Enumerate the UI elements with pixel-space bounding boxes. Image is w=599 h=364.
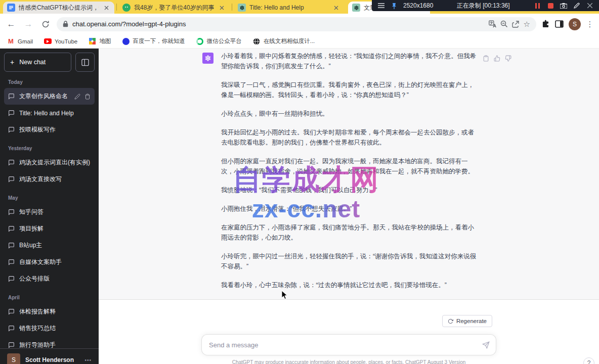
tab-title: 情感类ChatGPT核心提示词，快 (19, 4, 99, 12)
edit-icon[interactable] (74, 94, 80, 100)
chat-composer-area: Regenerate ChatGPT may produce inaccurat… (99, 300, 599, 363)
sidebar-item[interactable]: B站up主 (4, 237, 95, 254)
reload-icon[interactable] (39, 20, 52, 28)
pause-icon[interactable] (533, 2, 541, 10)
browser-toolbar: ← → chat.openai.com/?model=gpt-4-plugins… (0, 14, 599, 34)
sidebar-item[interactable]: 鸡汤文直接改写 (4, 171, 95, 188)
tab-prompt-doc[interactable]: 情感类ChatGPT核心提示词，快 (3, 2, 114, 14)
user-menu-icon[interactable]: ••• (84, 357, 92, 363)
bookmarks-bar: M Gmail YouTube 地图 百度一下，你就知道 微信公众平台 在线文档… (0, 34, 599, 49)
address-bar[interactable]: chat.openai.com/?model=gpt-4-plugins ☆ (57, 17, 536, 31)
plus-icon: + (10, 58, 14, 66)
sidebar-item[interactable]: 知乎问答 (4, 204, 95, 220)
sidebar-item[interactable]: 项目拆解 (4, 220, 95, 237)
openai-icon (352, 4, 360, 12)
bookmark-doc-similarity[interactable]: 在线文档相似度计... (253, 37, 315, 45)
delete-icon[interactable] (84, 94, 91, 100)
extensions-icon[interactable] (541, 20, 550, 28)
youtube-icon (44, 37, 52, 45)
chat-bubble-icon (8, 276, 15, 282)
tab-title: Title: Hello and Help (249, 4, 328, 11)
translate-icon[interactable] (489, 20, 496, 28)
chatgpt-avatar (202, 53, 213, 64)
message-input[interactable] (201, 334, 496, 355)
chat-bubble-icon (8, 209, 15, 215)
camera-icon[interactable] (560, 2, 568, 10)
bookmark-wechat-platform[interactable]: 微信公众平台 (196, 37, 242, 45)
pin-icon[interactable] (390, 2, 398, 10)
sidebar-item[interactable]: 自媒体文案助手 (4, 254, 95, 270)
bookmark-youtube[interactable]: YouTube (44, 37, 77, 45)
close-tab-icon[interactable] (332, 4, 340, 12)
gmail-icon: M (7, 37, 15, 45)
side-panel-icon[interactable] (555, 20, 564, 28)
share-icon[interactable] (512, 20, 520, 28)
forward-icon[interactable]: → (22, 19, 34, 29)
paragraph: 在家庭的压力下，小雨选择了家庭，我们痛苦地分手。那天，我站在学校的操场上，看着小… (221, 222, 477, 243)
chat-bubble-icon (8, 159, 15, 166)
wechat-icon (122, 4, 131, 12)
thumbs-down-icon[interactable] (505, 55, 511, 62)
tab-hello-and-help[interactable]: Title: Hello and Help (234, 2, 344, 14)
globe-icon (253, 37, 261, 45)
collapse-sidebar-button[interactable] (75, 53, 95, 72)
user-name: Scott Henderson (25, 356, 79, 363)
paragraph: 但小雨的家庭一直反对我们在一起。因为我家境一般，而她家是本地的富商。我记得有一次… (221, 156, 477, 176)
openai-icon (238, 4, 246, 12)
close-tab-icon[interactable] (102, 4, 110, 12)
sidebar-item[interactable]: 公众号排版 (4, 270, 95, 287)
zoom-out-icon[interactable] (500, 20, 508, 28)
regenerate-button[interactable]: Regenerate (442, 315, 492, 327)
sidebar-item-active[interactable]: 文章创作风格命名：风 (4, 88, 95, 105)
bookmark-maps[interactable]: 地图 (89, 37, 111, 45)
chat-bubble-icon (8, 126, 15, 133)
tab-separator (116, 4, 117, 11)
new-chat-button[interactable]: + New chat (4, 53, 71, 72)
chat-main: 小玲看着我，眼中闪烁着复杂的情感，轻轻说：“我知道你们之间的事情，我不介意。但我… (99, 49, 599, 364)
section-label-april: April (4, 293, 95, 303)
paragraph: 我看着小玲，心中五味杂陈，说：“过去的事情就让它过去吧，我们要珍惜现在。” (221, 280, 477, 290)
recording-toolbar: 2520x1680 正在录制 [00:13:36] (372, 0, 599, 11)
document-icon (7, 4, 15, 12)
paragraph: 小雨抱住我，泪水滑落：“但我不想失去家庭。” (221, 204, 477, 214)
bookmark-gmail[interactable]: M Gmail (7, 37, 33, 45)
chat-bubble-icon (8, 308, 15, 315)
stop-icon[interactable] (546, 2, 554, 10)
sidebar-item[interactable]: 鸡汤文提示词直出(有实例) (4, 154, 95, 171)
pencil-icon[interactable] (573, 2, 581, 10)
sidebar-item[interactable]: 销售技巧总结 (4, 320, 95, 337)
chat-bubble-icon (8, 110, 15, 116)
browser-profile-avatar[interactable]: S (569, 18, 581, 30)
browser-menu-icon[interactable]: ⋮ (586, 20, 594, 29)
menu-icon[interactable] (377, 2, 385, 10)
help-button[interactable]: ? (583, 357, 594, 364)
back-icon[interactable]: ← (5, 19, 17, 29)
tab-wechat-article[interactable]: 我48岁，娶了单位40岁的同事， (118, 2, 230, 14)
message-actions (483, 55, 511, 62)
paragraph: 小玲看着我，眼中闪烁着复杂的情感，轻轻说：“我知道你们之间的事情，我不介意。但我… (221, 51, 477, 71)
close-tab-icon[interactable] (218, 4, 226, 12)
section-label-may: May (4, 193, 95, 204)
assistant-message-area: 小玲看着我，眼中闪烁着复杂的情感，轻轻说：“我知道你们之间的事情，我不介意。但我… (99, 49, 599, 300)
copy-icon[interactable] (483, 55, 489, 62)
sidebar-item[interactable]: Title: Hello and Help (4, 105, 95, 121)
recording-resolution: 2520x1680 (403, 2, 433, 9)
paragraph: 我开始回忆起与小雨的过去。我们大学时期非常相爱，每个周末都会一起去公园散步，或者… (221, 127, 477, 148)
baidu-paw-icon (122, 37, 130, 45)
close-overlay-icon[interactable] (586, 2, 594, 10)
thumbs-up-icon[interactable] (494, 55, 500, 62)
sidebar-user-row[interactable]: S Scott Henderson ••• (0, 348, 99, 364)
wechat-platform-icon (196, 37, 204, 45)
disclaimer-text: ChatGPT may produce inaccurate informati… (99, 359, 599, 364)
tab-strip: 情感类ChatGPT核心提示词，快 我48岁，娶了单位40岁的同事， Title… (0, 0, 599, 14)
bookmark-star-icon[interactable]: ☆ (524, 20, 530, 29)
tab-title: 我48岁，娶了单位40岁的同事， (134, 4, 214, 12)
chat-bubble-icon (8, 259, 15, 265)
sidebar-item[interactable]: 投喂模板写作 (4, 121, 95, 138)
bookmark-baidu[interactable]: 百度一下，你就知道 (122, 37, 185, 45)
chat-bubble-icon (8, 342, 15, 348)
sidebar-item[interactable]: 体检报告解释 (4, 303, 95, 320)
send-icon[interactable] (482, 341, 490, 349)
url-text[interactable]: chat.openai.com/?model=gpt-4-plugins (72, 20, 485, 28)
chat-bubble-icon (8, 242, 15, 249)
